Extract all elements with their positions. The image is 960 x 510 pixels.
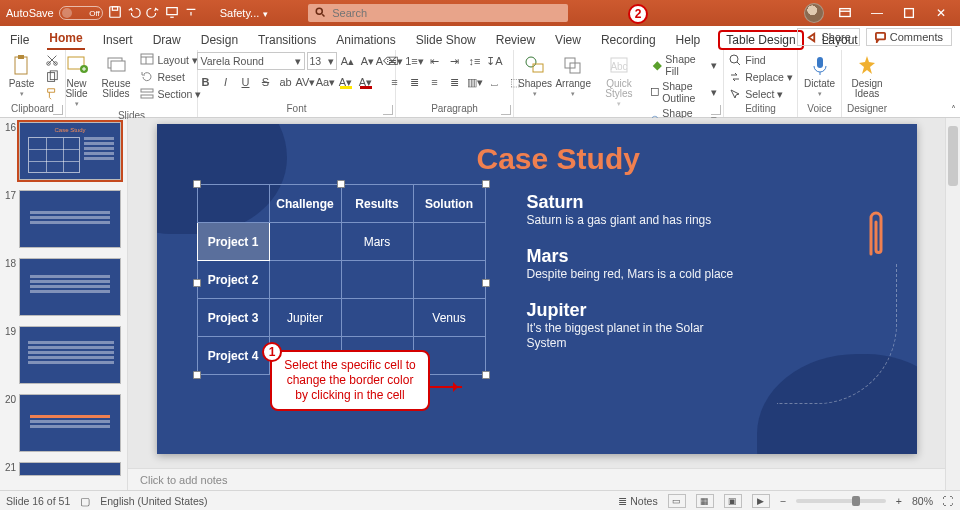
char-spacing-button[interactable]: AV▾: [297, 73, 315, 91]
search-box[interactable]: [308, 4, 568, 22]
table-cell[interactable]: [341, 261, 413, 299]
slide-thumb-19[interactable]: [19, 326, 121, 384]
justify-button[interactable]: ≣: [446, 73, 464, 91]
format-painter-button[interactable]: [43, 86, 61, 102]
change-case-button[interactable]: Aa▾: [317, 73, 335, 91]
scrollbar-thumb[interactable]: [948, 126, 958, 186]
redo-icon[interactable]: [146, 5, 160, 21]
view-reading-button[interactable]: ▣: [724, 494, 742, 508]
tab-home[interactable]: Home: [47, 28, 84, 50]
tab-design[interactable]: Design: [199, 30, 240, 50]
tab-view[interactable]: View: [553, 30, 583, 50]
italic-button[interactable]: I: [217, 73, 235, 91]
slide-thumb-16[interactable]: Case Study: [19, 122, 121, 180]
copy-button[interactable]: [43, 69, 61, 85]
align-left-button[interactable]: ≡: [386, 73, 404, 91]
save-icon[interactable]: [108, 5, 122, 21]
tab-table-design[interactable]: Table Design: [718, 30, 803, 50]
reset-button[interactable]: Reset: [138, 69, 203, 85]
cut-button[interactable]: [43, 52, 61, 68]
language-indicator[interactable]: English (United States): [100, 495, 207, 507]
table-header[interactable]: Results: [341, 185, 413, 223]
table-cell[interactable]: Jupiter: [269, 299, 341, 337]
slide-text-column[interactable]: Saturn Saturn is a gas giant and has rin…: [527, 184, 747, 351]
slide-thumb-18[interactable]: [19, 258, 121, 316]
slide-counter[interactable]: Slide 16 of 51: [6, 495, 70, 507]
undo-icon[interactable]: [127, 5, 141, 21]
slide-thumb-21[interactable]: [19, 462, 121, 476]
tab-transitions[interactable]: Transitions: [256, 30, 318, 50]
slide-canvas[interactable]: Case Study Challenge Results Solution: [128, 118, 945, 468]
tab-review[interactable]: Review: [494, 30, 537, 50]
section-button[interactable]: Section ▾: [138, 86, 203, 102]
table-cell[interactable]: Project 2: [197, 261, 269, 299]
font-size-combo[interactable]: 13▾: [307, 52, 337, 70]
bold-button[interactable]: B: [197, 73, 215, 91]
align-text-button[interactable]: ⎵: [486, 73, 504, 91]
tab-draw[interactable]: Draw: [151, 30, 183, 50]
comments-button[interactable]: Comments: [866, 28, 952, 46]
accessibility-icon[interactable]: ▢: [80, 495, 90, 507]
fit-to-window-button[interactable]: ⛶: [943, 495, 954, 507]
highlight-color-button[interactable]: A▾: [337, 73, 355, 91]
view-slideshow-button[interactable]: ▶: [752, 494, 770, 508]
table-container[interactable]: Challenge Results Solution Project 1 Mar…: [197, 184, 486, 375]
tab-help[interactable]: Help: [674, 30, 703, 50]
paste-button[interactable]: Paste▾: [5, 52, 39, 100]
view-sorter-button[interactable]: ▦: [696, 494, 714, 508]
quick-styles-button[interactable]: AbcQuick Styles▾: [594, 52, 643, 110]
zoom-in-button[interactable]: +: [896, 495, 902, 507]
table-cell[interactable]: Venus: [413, 299, 485, 337]
design-ideas-button[interactable]: Design Ideas: [846, 52, 888, 101]
case-study-table[interactable]: Challenge Results Solution Project 1 Mar…: [197, 184, 486, 375]
table-cell-selected[interactable]: Project 1: [197, 223, 269, 261]
replace-button[interactable]: Replace ▾: [726, 69, 795, 85]
table-cell[interactable]: [341, 299, 413, 337]
increase-font-icon[interactable]: A▴: [339, 52, 357, 70]
notes-toggle[interactable]: ≣ Notes: [618, 495, 657, 507]
strikethrough-button[interactable]: S: [257, 73, 275, 91]
underline-button[interactable]: U: [237, 73, 255, 91]
slide-thumb-20[interactable]: [19, 394, 121, 452]
tab-file[interactable]: File: [8, 30, 31, 50]
slide-thumb-17[interactable]: [19, 190, 121, 248]
align-right-button[interactable]: ≡: [426, 73, 444, 91]
table-cell[interactable]: [413, 223, 485, 261]
share-button[interactable]: Share: [797, 28, 859, 46]
minimize-button[interactable]: —: [866, 4, 888, 22]
increase-indent-button[interactable]: ⇥: [446, 52, 464, 70]
line-spacing-button[interactable]: ↕≡: [466, 52, 484, 70]
zoom-level[interactable]: 80%: [912, 495, 933, 507]
text-direction-button[interactable]: ↧A: [486, 52, 504, 70]
tab-slideshow[interactable]: Slide Show: [414, 30, 478, 50]
collapse-ribbon-icon[interactable]: ˄: [951, 104, 956, 115]
tab-animations[interactable]: Animations: [334, 30, 397, 50]
tab-insert[interactable]: Insert: [101, 30, 135, 50]
numbering-button[interactable]: 1≡▾: [406, 52, 424, 70]
vertical-scrollbar[interactable]: [945, 118, 960, 490]
table-cell[interactable]: [269, 261, 341, 299]
paragraph-launcher[interactable]: [501, 105, 511, 115]
zoom-out-button[interactable]: −: [780, 495, 786, 507]
shadow-button[interactable]: ab: [277, 73, 295, 91]
notes-pane[interactable]: Click to add notes: [128, 468, 945, 490]
columns-button[interactable]: ▥▾: [466, 73, 484, 91]
find-button[interactable]: Find: [726, 52, 795, 68]
table-cell[interactable]: [269, 223, 341, 261]
table-header-empty[interactable]: [197, 185, 269, 223]
drawing-launcher[interactable]: [711, 105, 721, 115]
arrange-button[interactable]: Arrange▾: [556, 52, 590, 100]
table-header[interactable]: Solution: [413, 185, 485, 223]
search-input[interactable]: [332, 7, 562, 19]
table-cell[interactable]: Mars: [341, 223, 413, 261]
table-cell[interactable]: Project 3: [197, 299, 269, 337]
view-normal-button[interactable]: ▭: [668, 494, 686, 508]
table-cell[interactable]: [413, 261, 485, 299]
decrease-font-icon[interactable]: A▾: [359, 52, 377, 70]
new-slide-button[interactable]: New Slide▾: [60, 52, 94, 110]
maximize-button[interactable]: [898, 4, 920, 22]
slide-title[interactable]: Case Study: [477, 142, 640, 176]
close-button[interactable]: ✕: [930, 4, 952, 22]
reuse-slides-button[interactable]: Reuse Slides: [98, 52, 135, 101]
table-header[interactable]: Challenge: [269, 185, 341, 223]
